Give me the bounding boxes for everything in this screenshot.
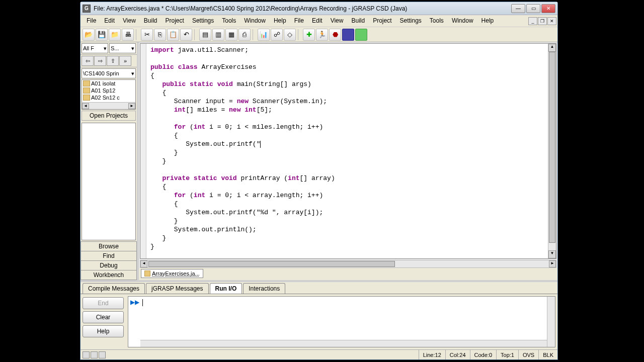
cut-icon[interactable]: ✂	[141, 29, 153, 41]
file-tabs: ArrayExercises.ja...	[139, 268, 557, 280]
bottom-tab-compile-messages[interactable]: Compile Messages	[83, 283, 145, 294]
editor-area: import java.util.Scanner; public class A…	[139, 42, 557, 280]
copy-icon[interactable]: ⎘	[154, 29, 166, 41]
projects-list[interactable]	[82, 123, 136, 240]
status-icon-2[interactable]	[91, 351, 98, 358]
doc-icon[interactable]: ◇	[284, 29, 296, 41]
menu-file[interactable]: File	[290, 15, 308, 27]
inner-minimize-button[interactable]: _	[528, 17, 537, 25]
debug-icon[interactable]: ⬣	[329, 29, 341, 41]
nav-up-icon[interactable]: ⇧	[107, 56, 119, 66]
help-button[interactable]: Help	[83, 325, 124, 337]
fold-gutter[interactable]	[140, 44, 146, 258]
file-tab-label: ArrayExercises.ja...	[152, 270, 200, 277]
filter-combo-2[interactable]: S...▾	[109, 43, 136, 53]
folder-open-icon[interactable]: 📁	[109, 29, 121, 41]
generate-csd-icon[interactable]: ▤	[199, 29, 211, 41]
paste-icon[interactable]: 📋	[167, 29, 179, 41]
menu-build[interactable]: Build	[140, 15, 162, 27]
menu-tools[interactable]: Tools	[426, 15, 448, 27]
menu-file[interactable]: File	[83, 15, 100, 27]
menu-build[interactable]: Build	[347, 15, 369, 27]
close-button[interactable]: ✕	[541, 4, 555, 13]
tree-item[interactable]: A01 isolat	[82, 80, 135, 87]
menu-settings[interactable]: Settings	[396, 15, 426, 27]
menu-view[interactable]: View	[119, 15, 140, 27]
menu-edit[interactable]: Edit	[308, 15, 327, 27]
menubar: FileEditViewBuildProjectSettingsToolsWin…	[80, 15, 557, 27]
java-file-icon	[144, 270, 150, 277]
bottom-tab-run-i-o[interactable]: Run I/O	[210, 283, 243, 294]
file-tree[interactable]: A01 isolatA01 Sp12A02 Sn12 c ◄►	[82, 79, 136, 110]
green-box-icon[interactable]	[355, 29, 367, 41]
status-ovs: OVS	[518, 350, 538, 359]
inner-restore-button[interactable]: ❐	[538, 17, 547, 25]
console[interactable]: ▶▶	[128, 296, 555, 347]
file-tab[interactable]: ArrayExercises.ja...	[141, 269, 203, 278]
menu-tools[interactable]: Tools	[218, 15, 240, 27]
bottom-tab-interactions[interactable]: Interactions	[243, 283, 285, 294]
nav-back-icon[interactable]: ⇦	[82, 56, 94, 66]
nav-more-icon[interactable]: »	[119, 56, 131, 66]
app-icon: G	[83, 5, 91, 13]
status-blk: BLK	[538, 350, 557, 359]
menu-window[interactable]: Window	[448, 15, 477, 27]
status-code: Code:0	[470, 350, 496, 359]
print-icon[interactable]: 🖶	[122, 29, 134, 41]
bottom-tab-jgrasp-messages[interactable]: jGRASP Messages	[146, 283, 209, 294]
end-button: End	[83, 297, 124, 309]
remove-csd-icon[interactable]: ▥	[212, 29, 224, 41]
folder-icon	[83, 95, 90, 101]
status-col: Col:24	[445, 350, 470, 359]
menu-help[interactable]: Help	[477, 15, 498, 27]
inner-close-button[interactable]: ✕	[547, 17, 556, 25]
open-icon[interactable]: 📂	[83, 29, 95, 41]
toolbar: 📂 💾 📁 🖶 ✂ ⎘ 📋 ↶ ▤ ▥ ▦ ⎙ 📊 ☍ ◇ ✚ 🏃 ⬣	[80, 27, 557, 42]
editor-vscrollbar[interactable]: ▲ ▼	[548, 44, 556, 258]
filter-combo-1[interactable]: All F▾	[82, 43, 108, 53]
statusbar: Line:12 Col:24 Code:0 Top:1 OVS BLK	[80, 349, 557, 359]
path-combo[interactable]: \CS1400 Sprin▾	[82, 68, 136, 78]
menu-project[interactable]: Project	[369, 15, 395, 27]
menu-project[interactable]: Project	[162, 15, 188, 27]
menu-view[interactable]: View	[327, 15, 348, 27]
menu-help[interactable]: Help	[270, 15, 290, 27]
status-icon-3[interactable]	[99, 351, 106, 358]
save-icon[interactable]: 💾	[96, 29, 108, 41]
menu-edit[interactable]: Edit	[100, 15, 119, 27]
play-icon: ▶▶	[128, 297, 140, 347]
minimize-button[interactable]: —	[511, 4, 525, 13]
run-icon[interactable]: 🏃	[316, 29, 328, 41]
freeze-icon[interactable]: ⎙	[238, 29, 251, 41]
menu-window[interactable]: Window	[240, 15, 270, 27]
nav-forward-icon[interactable]: ⇨	[94, 56, 106, 66]
main-window: G File: ArrayExercises.java * C:\Users\M…	[80, 2, 558, 360]
code-editor[interactable]: import java.util.Scanner; public class A…	[146, 44, 548, 258]
tree-item[interactable]: A02 Sn12 c	[82, 94, 135, 101]
undo-icon[interactable]: ↶	[180, 29, 192, 41]
folder-icon	[83, 80, 90, 86]
sidebar-tab-workbench[interactable]: Workbench	[80, 270, 137, 280]
sidebar-tab-browse[interactable]: Browse	[80, 241, 137, 251]
console-hscrollbar[interactable]	[140, 340, 547, 347]
clear-button[interactable]: Clear	[83, 311, 124, 323]
blue-box-icon[interactable]	[342, 29, 354, 41]
compile-icon[interactable]: ✚	[303, 29, 315, 41]
editor-hscrollbar[interactable]: ◄ ►	[140, 260, 556, 268]
barchart-icon[interactable]: 📊	[258, 29, 270, 41]
line-numbers-icon[interactable]: ▦	[225, 29, 237, 41]
status-icon-1[interactable]	[83, 351, 90, 358]
menu-settings[interactable]: Settings	[188, 15, 218, 27]
sidebar: All F▾ S...▾ ⇦ ⇨ ⇧ » \CS1400 Sprin▾ A01 …	[80, 42, 139, 280]
status-top: Top:1	[496, 350, 518, 359]
titlebar[interactable]: G File: ArrayExercises.java * C:\Users\M…	[80, 2, 557, 15]
status-line: Line:12	[419, 350, 445, 359]
tree-item[interactable]: A01 Sp12	[82, 87, 135, 94]
bottom-panel: Compile MessagesjGRASP MessagesRun I/OIn…	[80, 282, 557, 349]
sidebar-tab-find[interactable]: Find	[80, 251, 137, 261]
window-title: File: ArrayExercises.java * C:\Users\Mar…	[94, 5, 511, 12]
console-vscrollbar[interactable]	[547, 297, 555, 347]
uml-icon[interactable]: ☍	[271, 29, 283, 41]
maximize-button[interactable]: ▭	[526, 4, 540, 13]
sidebar-tab-debug[interactable]: Debug	[80, 261, 137, 270]
